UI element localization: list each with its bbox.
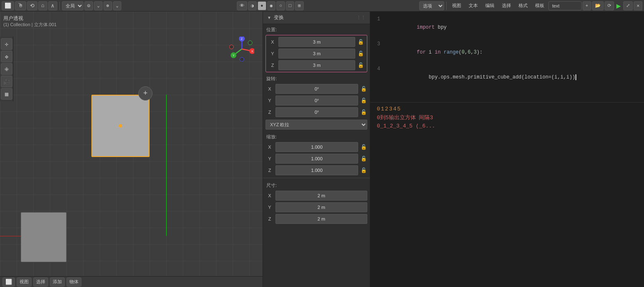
rot-z-label: Z [265,110,274,115]
add-object-btn[interactable]: + [138,86,152,101]
line-num-2: 3 [370,40,385,65]
script-content[interactable]: 1 import bpy 3 for i in range(0,6,3): 4 … [370,12,644,287]
proportional-down[interactable]: ⌄ [113,1,122,10]
viewport-tools: ✛ ✥ ✙ 🎥 ▦ [0,37,13,101]
dim-x-field[interactable]: 2 m [275,191,367,201]
proportional-icon[interactable]: ⊛ [103,1,112,10]
output-comment: 0到5输出立方体 间隔3 [377,114,637,121]
axis-y-line [166,95,167,236]
scale-x-lock[interactable]: 🔓 [360,143,367,151]
vp-select-menu[interactable]: 选择 [33,277,48,287]
rot-z-lock[interactable]: 🔓 [360,108,367,116]
rotation-z-field[interactable]: 0° [275,107,358,117]
rotation-mode-select[interactable]: XYZ 欧拉 四元数 XZY 欧拉 [265,120,367,130]
select-tool-btn[interactable]: ✛ [1,38,12,50]
rotation-x-field[interactable]: 0° [275,84,358,94]
grid-btn[interactable]: ▦ [1,88,12,100]
script-menu-select[interactable]: 选择 [499,2,514,10]
orientation-select[interactable]: 全局局部法线 [62,1,84,10]
rot-x-label: X [265,86,274,91]
rot-y-lock[interactable]: 🔓 [360,97,367,104]
vp-object-menu[interactable]: 物体 [66,277,81,287]
reload-script-btn[interactable]: ⟳ [605,1,614,10]
toolbar-mode-icon2[interactable]: 🖱 [15,1,26,10]
move-tool-btn[interactable]: ✙ [1,63,12,75]
solid-shading-btn[interactable]: ● [258,1,266,10]
viewport-label: 用户透视 [3,15,23,22]
position-z-row: Z 3 m 🔓 [266,59,367,71]
scale-z-field[interactable]: 1.000 [275,165,358,175]
select-mode-dropdown[interactable]: 选项 [419,1,444,10]
svg-point-11 [248,41,252,45]
dim-z-label: Z [265,216,274,221]
script-menu-template[interactable]: 模板 [532,2,548,10]
overlay-icon[interactable]: 👁 [237,1,247,10]
sep2 [446,2,447,10]
snap-options[interactable]: ⌄ [94,1,103,10]
viewport-bottom-toolbar: ⬜ 视图 选择 添加 物体 [0,276,263,287]
svg-point-9 [240,57,244,61]
main-cube[interactable] [91,95,150,157]
position-z-field[interactable]: 3 m [278,60,355,70]
viewport-collection: (1) Collection | 立方体.001 [3,22,57,28]
new-script-btn[interactable]: + [583,1,591,10]
rotation-y-field[interactable]: 0° [275,96,358,105]
axis-gizmo: Z X Y [229,37,254,61]
line-content-2: for i in range(0,6,3): [385,40,644,65]
scale-z-lock[interactable]: 🔓 [360,167,367,174]
script-filename[interactable]: text [548,1,582,10]
toolbar-icon4[interactable]: ⌂ [38,1,47,10]
dim-y-field[interactable]: 2 m [275,202,367,212]
dim-y-label: Y [265,205,274,210]
scale-x-row: X 1.000 🔓 [263,141,370,153]
dim-z-field[interactable]: 2 m [275,214,367,224]
run-script-btn[interactable]: ▶ [615,1,623,10]
material-shading-btn[interactable]: ◉ [267,1,276,10]
line-num-3: 4 [370,65,385,90]
open-script-btn[interactable]: 📂 [592,1,604,10]
snap-icon[interactable]: ⊙ [84,1,93,10]
position-group: X 3 m 🔓 Y 3 m 🔓 Z 3 m 🔓 [265,35,367,72]
shading-icon[interactable]: ◑ [248,1,257,10]
wire-shading-btn[interactable]: □ [286,1,295,10]
scale-y-field[interactable]: 1.000 [275,154,358,164]
position-y-field[interactable]: 3 m [278,49,355,59]
pos-z-lock[interactable]: 🔓 [357,61,364,69]
rot-x-lock[interactable]: 🔓 [360,85,367,93]
svg-point-10 [229,45,234,49]
vp-add-menu[interactable]: 添加 [50,277,65,287]
toolbar-icon5[interactable]: ∧ [48,1,57,10]
panel-collapse-arrow[interactable]: ▼ [267,15,271,20]
rotation-z-row: Z 0° 🔓 [263,106,370,118]
vp-editor-type[interactable]: ⬜ [2,277,15,287]
transform-panel-header: ▼ 变换 ⋮⋮ [263,12,370,24]
extra-shading[interactable]: ⊞ [295,1,304,10]
scale-y-lock[interactable]: 🔓 [360,155,367,162]
toolbar-mode-icon[interactable]: ⬜ [2,1,14,10]
svg-text:X: X [251,50,253,53]
vp-view-menu[interactable]: 视图 [17,277,32,287]
toolbar-icon3[interactable]: ⟲ [27,1,37,10]
dim-z-row: Z 2 m [263,213,370,225]
script-menu-view[interactable]: 视图 [449,2,465,10]
pos-x-lock[interactable]: 🔓 [357,38,364,46]
scale-x-label: X [265,145,274,150]
small-cube[interactable] [21,212,66,262]
pos-y-lock[interactable]: 🔓 [357,50,364,57]
scale-x-field[interactable]: 1.000 [275,142,358,152]
scale-label: 缩放: [263,131,370,141]
script-menu-format[interactable]: 格式 [515,2,531,10]
script-menu-edit[interactable]: 编辑 [482,2,498,10]
script-menu-text[interactable]: 文本 [465,2,481,10]
cursor-tool-btn[interactable]: ✥ [1,51,12,62]
position-x-field[interactable]: 3 m [278,37,355,47]
dim-y-row: Y 2 m [263,201,370,213]
camera-btn[interactable]: 🎥 [1,76,12,87]
output-range: 0_1_2_3_4_5 (_6... [377,123,637,129]
close-editor-btn[interactable]: ✕ [634,1,642,10]
render-shading-btn[interactable]: ○ [276,1,285,10]
line-num-1: 1 [370,15,385,40]
svg-text:Y: Y [233,54,235,57]
viewport-panel[interactable]: 用户透视 (1) Collection | 立方体.001 ✛ ✥ ✙ 🎥 ▦ … [0,12,263,287]
expand-btn[interactable]: ⤢ [623,1,633,10]
